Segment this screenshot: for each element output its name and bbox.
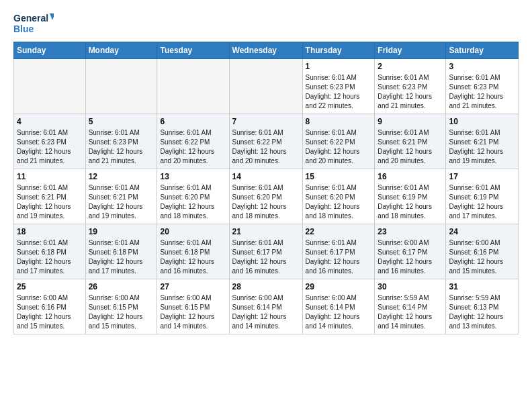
- cell-date-number: 29: [306, 281, 372, 292]
- cell-3-2: 20Sunrise: 6:01 AM Sunset: 6:18 PM Dayli…: [157, 224, 229, 279]
- cell-0-5: 2Sunrise: 6:01 AM Sunset: 6:23 PM Daylig…: [375, 59, 446, 114]
- cell-date-number: 7: [232, 116, 300, 127]
- cell-date-number: 15: [306, 171, 372, 182]
- cell-info-text: Sunrise: 6:01 AM Sunset: 6:23 PM Dayligh…: [306, 73, 372, 111]
- cell-info-text: Sunrise: 6:01 AM Sunset: 6:19 PM Dayligh…: [449, 183, 515, 221]
- cell-info-text: Sunrise: 6:01 AM Sunset: 6:20 PM Dayligh…: [232, 183, 300, 221]
- cell-info-text: Sunrise: 6:01 AM Sunset: 6:23 PM Dayligh…: [89, 128, 154, 166]
- header: General Blue: [13, 11, 519, 36]
- header-monday: Monday: [85, 42, 157, 59]
- cell-0-3: [229, 59, 302, 114]
- cell-3-0: 18Sunrise: 6:01 AM Sunset: 6:18 PM Dayli…: [14, 224, 86, 279]
- header-tuesday: Tuesday: [157, 42, 229, 59]
- cell-date-number: 26: [89, 281, 154, 292]
- week-row-1: 1Sunrise: 6:01 AM Sunset: 6:23 PM Daylig…: [14, 59, 519, 114]
- cell-date-number: 23: [378, 226, 443, 237]
- cell-2-3: 14Sunrise: 6:01 AM Sunset: 6:20 PM Dayli…: [229, 169, 302, 224]
- cell-info-text: Sunrise: 6:00 AM Sunset: 6:14 PM Dayligh…: [306, 293, 372, 331]
- cell-0-6: 3Sunrise: 6:01 AM Sunset: 6:23 PM Daylig…: [446, 59, 519, 114]
- calendar-table: SundayMondayTuesdayWednesdayThursdayFrid…: [13, 42, 519, 334]
- logo: General Blue: [13, 11, 54, 36]
- cell-date-number: 17: [449, 171, 515, 182]
- cell-date-number: 24: [449, 226, 515, 237]
- cell-info-text: Sunrise: 6:01 AM Sunset: 6:17 PM Dayligh…: [306, 238, 372, 276]
- cell-info-text: Sunrise: 6:01 AM Sunset: 6:22 PM Dayligh…: [232, 128, 300, 166]
- cell-4-4: 29Sunrise: 6:00 AM Sunset: 6:14 PM Dayli…: [302, 279, 375, 334]
- cell-date-number: 21: [232, 226, 300, 237]
- cell-info-text: Sunrise: 6:01 AM Sunset: 6:21 PM Dayligh…: [17, 183, 83, 221]
- cell-info-text: Sunrise: 6:01 AM Sunset: 6:23 PM Dayligh…: [378, 73, 443, 111]
- cell-info-text: Sunrise: 6:01 AM Sunset: 6:18 PM Dayligh…: [89, 238, 154, 276]
- cell-info-text: Sunrise: 6:01 AM Sunset: 6:20 PM Dayligh…: [306, 183, 372, 221]
- week-row-4: 18Sunrise: 6:01 AM Sunset: 6:18 PM Dayli…: [14, 224, 519, 279]
- cell-date-number: 5: [89, 116, 154, 127]
- header-thursday: Thursday: [302, 42, 375, 59]
- cell-info-text: Sunrise: 6:01 AM Sunset: 6:18 PM Dayligh…: [160, 238, 226, 276]
- cell-3-1: 19Sunrise: 6:01 AM Sunset: 6:18 PM Dayli…: [85, 224, 157, 279]
- cell-date-number: 16: [378, 171, 443, 182]
- cell-0-2: [157, 59, 229, 114]
- cell-date-number: 9: [378, 116, 443, 127]
- cell-info-text: Sunrise: 6:00 AM Sunset: 6:14 PM Dayligh…: [232, 293, 300, 331]
- cell-info-text: Sunrise: 6:01 AM Sunset: 6:19 PM Dayligh…: [378, 183, 443, 221]
- cell-date-number: 11: [17, 171, 83, 182]
- cell-date-number: 22: [306, 226, 372, 237]
- cell-info-text: Sunrise: 6:01 AM Sunset: 6:18 PM Dayligh…: [17, 238, 83, 276]
- page: General Blue SundayMondayTuesdayWednesda…: [0, 0, 532, 411]
- cell-date-number: 1: [306, 61, 372, 72]
- cell-0-1: [85, 59, 157, 114]
- cell-2-2: 13Sunrise: 6:01 AM Sunset: 6:20 PM Dayli…: [157, 169, 229, 224]
- cell-date-number: 25: [17, 281, 83, 292]
- cell-date-number: 20: [160, 226, 226, 237]
- week-row-3: 11Sunrise: 6:01 AM Sunset: 6:21 PM Dayli…: [14, 169, 519, 224]
- cell-info-text: Sunrise: 6:01 AM Sunset: 6:21 PM Dayligh…: [89, 183, 154, 221]
- cell-1-5: 9Sunrise: 6:01 AM Sunset: 6:21 PM Daylig…: [375, 114, 446, 169]
- cell-info-text: Sunrise: 6:01 AM Sunset: 6:22 PM Dayligh…: [306, 128, 372, 166]
- cell-info-text: Sunrise: 6:01 AM Sunset: 6:21 PM Dayligh…: [449, 128, 515, 166]
- cell-date-number: 27: [160, 281, 226, 292]
- cell-info-text: Sunrise: 6:01 AM Sunset: 6:22 PM Dayligh…: [160, 128, 226, 166]
- cell-0-4: 1Sunrise: 6:01 AM Sunset: 6:23 PM Daylig…: [302, 59, 375, 114]
- week-row-5: 25Sunrise: 6:00 AM Sunset: 6:16 PM Dayli…: [14, 279, 519, 334]
- cell-info-text: Sunrise: 6:01 AM Sunset: 6:23 PM Dayligh…: [449, 73, 515, 111]
- cell-info-text: Sunrise: 6:01 AM Sunset: 6:21 PM Dayligh…: [378, 128, 443, 166]
- cell-0-0: [14, 59, 86, 114]
- cell-date-number: 4: [17, 116, 83, 127]
- cell-3-5: 23Sunrise: 6:00 AM Sunset: 6:17 PM Dayli…: [375, 224, 446, 279]
- cell-date-number: 10: [449, 116, 515, 127]
- cell-info-text: Sunrise: 6:00 AM Sunset: 6:15 PM Dayligh…: [160, 293, 226, 331]
- logo-svg: General Blue: [13, 11, 54, 36]
- cell-date-number: 13: [160, 171, 226, 182]
- cell-1-6: 10Sunrise: 6:01 AM Sunset: 6:21 PM Dayli…: [446, 114, 519, 169]
- cell-1-1: 5Sunrise: 6:01 AM Sunset: 6:23 PM Daylig…: [85, 114, 157, 169]
- cell-4-0: 25Sunrise: 6:00 AM Sunset: 6:16 PM Dayli…: [14, 279, 86, 334]
- cell-info-text: Sunrise: 6:00 AM Sunset: 6:16 PM Dayligh…: [17, 293, 83, 331]
- cell-date-number: 31: [449, 281, 515, 292]
- calendar-header-row: SundayMondayTuesdayWednesdayThursdayFrid…: [14, 42, 519, 59]
- cell-date-number: 18: [17, 226, 83, 237]
- cell-4-1: 26Sunrise: 6:00 AM Sunset: 6:15 PM Dayli…: [85, 279, 157, 334]
- cell-1-4: 8Sunrise: 6:01 AM Sunset: 6:22 PM Daylig…: [302, 114, 375, 169]
- cell-1-0: 4Sunrise: 6:01 AM Sunset: 6:23 PM Daylig…: [14, 114, 86, 169]
- header-saturday: Saturday: [446, 42, 519, 59]
- svg-text:General: General: [13, 13, 48, 24]
- header-wednesday: Wednesday: [229, 42, 302, 59]
- cell-info-text: Sunrise: 5:59 AM Sunset: 6:14 PM Dayligh…: [378, 293, 443, 331]
- cell-2-5: 16Sunrise: 6:01 AM Sunset: 6:19 PM Dayli…: [375, 169, 446, 224]
- cell-3-4: 22Sunrise: 6:01 AM Sunset: 6:17 PM Dayli…: [302, 224, 375, 279]
- header-sunday: Sunday: [14, 42, 86, 59]
- svg-text:Blue: Blue: [13, 24, 34, 34]
- cell-info-text: Sunrise: 6:01 AM Sunset: 6:20 PM Dayligh…: [160, 183, 226, 221]
- cell-3-3: 21Sunrise: 6:01 AM Sunset: 6:17 PM Dayli…: [229, 224, 302, 279]
- cell-info-text: Sunrise: 5:59 AM Sunset: 6:13 PM Dayligh…: [449, 293, 515, 331]
- cell-info-text: Sunrise: 6:00 AM Sunset: 6:16 PM Dayligh…: [449, 238, 515, 276]
- cell-date-number: 6: [160, 116, 226, 127]
- cell-date-number: 28: [232, 281, 300, 292]
- cell-4-6: 31Sunrise: 5:59 AM Sunset: 6:13 PM Dayli…: [446, 279, 519, 334]
- cell-1-3: 7Sunrise: 6:01 AM Sunset: 6:22 PM Daylig…: [229, 114, 302, 169]
- cell-2-6: 17Sunrise: 6:01 AM Sunset: 6:19 PM Dayli…: [446, 169, 519, 224]
- cell-4-5: 30Sunrise: 5:59 AM Sunset: 6:14 PM Dayli…: [375, 279, 446, 334]
- cell-date-number: 2: [378, 61, 443, 72]
- cell-4-3: 28Sunrise: 6:00 AM Sunset: 6:14 PM Dayli…: [229, 279, 302, 334]
- cell-date-number: 8: [306, 116, 372, 127]
